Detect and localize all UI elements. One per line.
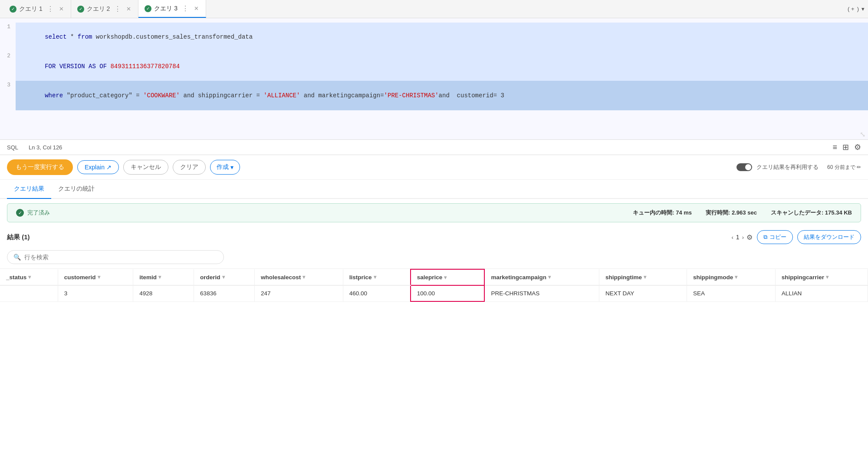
cell-marketingcampaign-0: PRE-CHRISTMAS <box>484 285 599 301</box>
status-left: SQL Ln 3, Col 126 <box>7 144 62 151</box>
col-itemid-sort-icon[interactable]: ▾ <box>158 274 161 280</box>
tab-overflow-button[interactable]: ) <box>857 6 859 12</box>
explain-button[interactable]: Explain ↗ <box>77 160 119 174</box>
col-header-saleprice[interactable]: saleprice ▾ <box>411 269 485 285</box>
add-tab-button[interactable]: ( + <box>848 6 855 12</box>
col-shippingmode-sort-icon[interactable]: ▾ <box>735 274 737 280</box>
copy-button[interactable]: ⧉ コピー <box>757 230 793 244</box>
result-tabs: クエリ結果 クエリの統計 <box>0 180 868 199</box>
prev-page-button[interactable]: ‹ <box>732 234 733 241</box>
editor-status-bar: SQL Ln 3, Col 126 ≡ ⊞ ⚙ <box>0 140 868 155</box>
cell-orderid-0: 63836 <box>194 285 255 301</box>
col-header-shippingtime[interactable]: shippingtime ▾ <box>599 269 687 285</box>
result-tbody: 3492863836247460.00100.00PRE-CHRISTMASNE… <box>0 285 868 301</box>
table-row: 3492863836247460.00100.00PRE-CHRISTMASNE… <box>0 285 868 301</box>
cell-listprice-0: 460.00 <box>343 285 410 301</box>
col-header-listprice[interactable]: listprice ▾ <box>343 269 410 285</box>
tab3-close-icon[interactable]: ✕ <box>193 5 200 12</box>
editor-resize-handle[interactable]: ⤡ <box>860 130 865 139</box>
cell-wholesalecost-0: 247 <box>254 285 343 301</box>
col-header-marketingcampaign[interactable]: marketingcampaign ▾ <box>484 269 599 285</box>
col-listprice-label: listprice <box>349 274 372 281</box>
chevron-down-icon[interactable]: ▾ <box>861 6 865 12</box>
editor-type: SQL <box>7 144 18 151</box>
search-icon: 🔍 <box>13 254 21 261</box>
tab-query-results[interactable]: クエリ結果 <box>7 180 51 199</box>
col-header-shippingmode[interactable]: shippingmode ▾ <box>687 269 775 285</box>
create-chevron-icon: ▾ <box>230 164 233 171</box>
sql-editor[interactable]: 1 select * from workshopdb.customers_sal… <box>0 18 868 140</box>
cancel-button[interactable]: キャンセル <box>123 160 168 175</box>
result-table: _status ▾ customerid ▾ itemid ▾ <box>0 269 868 302</box>
keyword-where: where <box>45 92 63 99</box>
col-header-wholesalecost[interactable]: wholesalecost ▾ <box>254 269 343 285</box>
col-header-orderid[interactable]: orderid ▾ <box>194 269 255 285</box>
tab1-close-icon[interactable]: ✕ <box>58 6 65 12</box>
grid-icon[interactable]: ⊞ <box>842 142 849 152</box>
col-wholesalecost-sort-icon[interactable]: ▾ <box>302 274 305 280</box>
queue-time-label: キュー内の時間: <box>633 209 674 216</box>
col-shippingtime-sort-icon[interactable]: ▾ <box>644 274 646 280</box>
completion-status-banner: ✓ 完了済み キュー内の時間: 74 ms 実行時間: 2.963 sec スキ… <box>7 203 861 222</box>
col-shippingcarrier-label: shippingcarrier <box>782 274 824 281</box>
tab2-close-icon[interactable]: ✕ <box>125 6 132 12</box>
tab-query-2[interactable]: ✓ クエリ 2 ⋮ ✕ <box>71 0 139 18</box>
settings-icon[interactable]: ⚙ <box>854 142 861 152</box>
col-header-customerid[interactable]: customerid ▾ <box>58 269 133 285</box>
tab-query-1[interactable]: ✓ クエリ 1 ⋮ ✕ <box>3 0 71 18</box>
tab-query-stats[interactable]: クエリの統計 <box>51 180 102 199</box>
row-search-bar[interactable]: 🔍 <box>7 250 224 264</box>
col-listprice-sort-icon[interactable]: ▾ <box>374 274 376 280</box>
tab-query-3[interactable]: ✓ クエリ 3 ⋮ ✕ <box>138 0 206 18</box>
result-table-wrapper: _status ▾ customerid ▾ itemid ▾ <box>0 268 868 302</box>
line-number-3: 3 <box>0 81 16 90</box>
tab-results-label: クエリ結果 <box>14 185 44 192</box>
cell-shippingtime-0: NEXT DAY <box>599 285 687 301</box>
col-saleprice-sort-icon[interactable]: ▾ <box>444 274 447 281</box>
keyword-for-version: FOR VERSION AS OF <box>45 63 107 70</box>
table-header-row: _status ▾ customerid ▾ itemid ▾ <box>0 269 868 285</box>
version-number: 8493111136377820784 <box>107 63 180 70</box>
toggle-time-label[interactable]: 60 分前まで ✏ <box>827 164 861 171</box>
cell-shippingcarrier-0: ALLIAN <box>775 285 868 301</box>
format-icon[interactable]: ≡ <box>832 143 837 152</box>
col-status-sort-icon[interactable]: ▾ <box>28 274 31 280</box>
col-customerid-sort-icon[interactable]: ▾ <box>98 274 100 280</box>
create-label: 作成 <box>217 163 229 171</box>
scan-value: 175.34 KB <box>825 209 852 216</box>
tab2-more-icon[interactable]: ⋮ <box>112 5 123 13</box>
result-title: 結果 (1) <box>7 233 30 241</box>
line-number-1: 1 <box>0 23 16 32</box>
col-orderid-sort-icon[interactable]: ▾ <box>222 274 225 280</box>
col-marketingcampaign-label: marketingcampaign <box>491 274 546 281</box>
completion-check-icon: ✓ <box>16 209 24 217</box>
cell-itemid-0: 4928 <box>133 285 194 301</box>
download-button[interactable]: 結果をダウンロード <box>797 230 861 244</box>
toolbar-right: クエリ結果を再利用する 60 分前まで ✏ <box>736 163 861 171</box>
next-page-button[interactable]: › <box>742 234 744 241</box>
reuse-toggle[interactable] <box>736 163 752 171</box>
clear-button[interactable]: クリア <box>173 160 206 175</box>
editor-line-1: 1 select * from workshopdb.customers_sal… <box>0 23 868 52</box>
explain-label: Explain ↗ <box>85 164 112 171</box>
tab-bar: ✓ クエリ 1 ⋮ ✕ ✓ クエリ 2 ⋮ ✕ ✓ クエリ 3 ⋮ ✕ ( + … <box>0 0 868 18</box>
scan-label: スキャンしたデータ: <box>771 209 823 216</box>
search-input[interactable] <box>24 254 217 261</box>
scan-data-metric: スキャンしたデータ: 175.34 KB <box>771 209 852 217</box>
queue-time-value: 74 ms <box>676 209 692 216</box>
col-marketingcampaign-sort-icon[interactable]: ▾ <box>548 274 551 280</box>
col-header-shippingcarrier[interactable]: shippingcarrier ▾ <box>775 269 868 285</box>
run-again-button[interactable]: もう一度実行する <box>7 159 73 175</box>
table-settings-icon[interactable]: ⚙ <box>746 233 753 241</box>
col-shippingcarrier-sort-icon[interactable]: ▾ <box>826 274 829 280</box>
tab3-more-icon[interactable]: ⋮ <box>180 4 191 13</box>
editor-line-text-1: select * from workshopdb.customers_sales… <box>16 23 868 52</box>
col-header-status[interactable]: _status ▾ <box>0 269 58 285</box>
col-header-itemid[interactable]: itemid ▾ <box>133 269 194 285</box>
result-header-right: ‹ 1 › ⚙ ⧉ コピー 結果をダウンロード <box>732 230 861 244</box>
create-button[interactable]: 作成 ▾ <box>210 160 240 175</box>
tab1-more-icon[interactable]: ⋮ <box>45 5 56 13</box>
editor-content: 1 select * from workshopdb.customers_sal… <box>0 18 868 115</box>
query-toolbar: もう一度実行する Explain ↗ キャンセル クリア 作成 ▾ クエリ結果を… <box>0 155 868 180</box>
editor-position: Ln 3, Col 126 <box>29 144 62 151</box>
